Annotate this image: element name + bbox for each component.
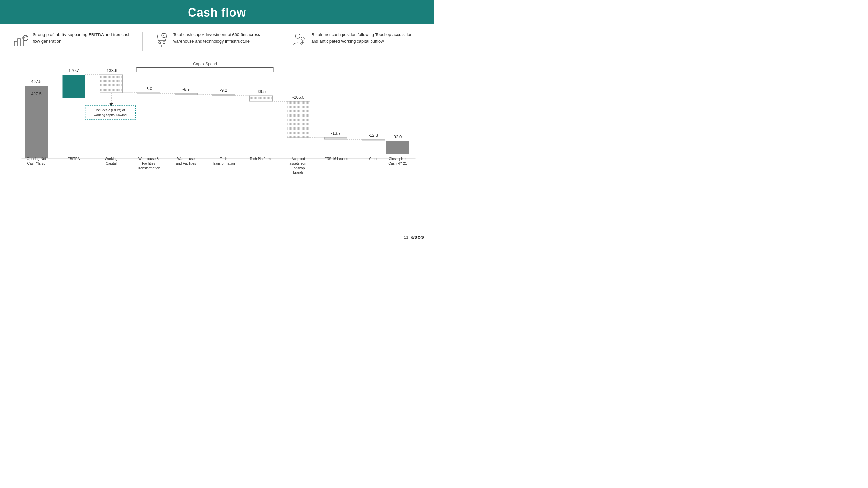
cart-icon — [152, 32, 169, 51]
key-point-3: Retain net cash position following Topsh… — [282, 32, 421, 51]
bar-ifrs — [324, 137, 347, 139]
value-other: -12.3 — [369, 133, 378, 138]
value-tech-platforms: -39.5 — [256, 89, 266, 94]
svg-text:Transformation: Transformation — [137, 166, 160, 170]
key-point-1: Strong profitability supporting EBITDA a… — [13, 32, 142, 51]
bar-closing — [386, 141, 409, 154]
bar-wh-fac-transform — [137, 93, 160, 93]
value-topshop: -266.0 — [292, 95, 304, 100]
key-points-section: Strong profitability supporting EBITDA a… — [0, 24, 434, 54]
bar-wh-fac — [175, 93, 198, 95]
xlabel-closing: Closing Net — [389, 157, 406, 161]
note-wc-line1: Includes c.(£89m) of — [95, 108, 125, 112]
svg-text:Facilities: Facilities — [142, 161, 155, 165]
svg-text:and Facilities: and Facilities — [176, 161, 196, 165]
xlabel-other: Other — [369, 157, 378, 161]
svg-point-8 — [301, 37, 304, 40]
key-point-3-text: Retain net cash position following Topsh… — [311, 32, 414, 44]
svg-text:Cash HY 21: Cash HY 21 — [389, 161, 407, 165]
person-icon — [292, 32, 307, 51]
value-wh-fac-transform: -3.0 — [145, 86, 152, 91]
svg-rect-25 — [85, 106, 136, 120]
chart-area: 407.5 407.5 — [0, 58, 434, 196]
page-header: Cash flow — [0, 0, 434, 24]
svg-text:brands: brands — [293, 170, 304, 174]
value-wh-fac: -8.9 — [182, 87, 189, 92]
asos-logo: asos — [411, 234, 424, 240]
svg-rect-27 — [137, 67, 137, 72]
key-point-2-text: Total cash capex investment of £60.6m ac… — [173, 32, 275, 44]
xlabel-wc: Working — [105, 157, 117, 161]
value-tech-transform: -9.2 — [220, 88, 227, 93]
xlabel-topshop: Acquired — [292, 157, 305, 161]
bar-opening — [25, 98, 48, 154]
svg-text:Topshop: Topshop — [292, 166, 305, 170]
waterfall-chart: 407.5 407.5 — [6, 58, 428, 194]
xlabel-opening: Opening Net — [27, 157, 46, 161]
bar-working-capital — [100, 74, 123, 93]
svg-text:Cash YE 20: Cash YE 20 — [27, 161, 45, 165]
value-opening: 407.5 — [31, 91, 42, 96]
key-point-2: Total cash capex investment of £60.6m ac… — [142, 32, 282, 51]
svg-point-4 — [159, 42, 160, 43]
svg-point-5 — [163, 42, 165, 43]
footer: 11 asos — [404, 234, 424, 240]
value-ebitda: 170.7 — [68, 68, 79, 73]
bar-tech-platforms — [250, 96, 273, 101]
xlabel-tp: Tech Platforms — [250, 157, 272, 161]
xlabel-ifrs: IFRS 16 Leases — [323, 157, 348, 161]
svg-text:Capital: Capital — [106, 161, 117, 165]
page-number: 11 — [404, 235, 408, 240]
svg-text:Transformation: Transformation — [212, 161, 235, 165]
bar-tech-transform — [212, 94, 235, 96]
svg-rect-26 — [137, 67, 274, 68]
value-closing: 92.0 — [394, 134, 402, 139]
capex-label: Capex Spend — [193, 62, 217, 66]
page-title: Cash flow — [0, 6, 434, 20]
bar-other — [362, 139, 385, 141]
svg-text:assets from: assets from — [289, 161, 307, 165]
xlabel-whft: Warehouse & — [138, 157, 159, 161]
label-opening-value: 407.5 — [31, 79, 42, 84]
svg-rect-28 — [274, 67, 274, 72]
key-point-1-text: Strong profitability supporting EBITDA a… — [33, 32, 136, 44]
chart-icon — [13, 32, 29, 51]
value-working-capital: -133.6 — [105, 68, 117, 73]
xlabel-ebitda: EBITDA — [68, 157, 80, 161]
bar-ebitda — [63, 74, 85, 98]
note-wc-line2: working capital unwind — [93, 113, 127, 117]
svg-rect-0 — [14, 41, 17, 46]
xlabel-whf: Warehouse — [178, 157, 195, 161]
bar-topshop — [287, 101, 310, 138]
xlabel-tt: Tech — [220, 157, 227, 161]
svg-point-7 — [295, 34, 300, 38]
value-ifrs: -13.7 — [331, 131, 341, 136]
svg-rect-1 — [18, 39, 20, 46]
